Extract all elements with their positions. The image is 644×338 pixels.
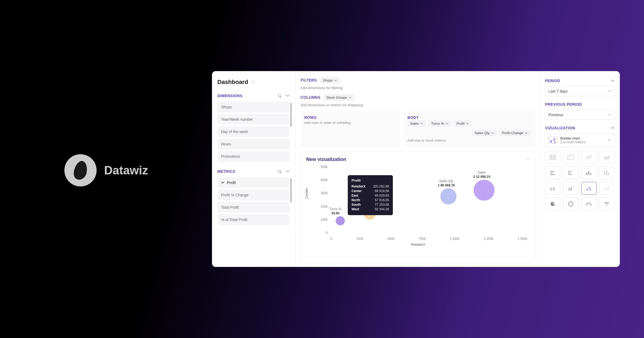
viz-stacked-bar-icon[interactable] xyxy=(563,182,578,195)
viz-bubble-icon[interactable] xyxy=(581,182,597,195)
viz-grouped-bar-icon[interactable] xyxy=(545,182,560,195)
favorite-icon[interactable]: ☆ xyxy=(251,79,255,85)
viz-area-icon[interactable] xyxy=(599,151,614,164)
svg-rect-16 xyxy=(571,171,572,172)
left-panel: Dashboard ☆ DIMENSIONS Shops Year/Week n… xyxy=(212,71,295,267)
bubble-label: Sales Qty1 98 068.76 xyxy=(438,179,455,187)
previous-period-header: PREVIOUS PERIOD xyxy=(545,102,614,106)
bubble-chart-icon xyxy=(548,137,557,144)
columns-row: COLUMNS Store Groups Add dimensions or m… xyxy=(301,94,536,107)
filters-row: FILTERS Shops Add dimensions for filteri… xyxy=(301,77,536,90)
chevron-down-icon[interactable] xyxy=(286,170,290,173)
dimension-item[interactable]: Year/Week number xyxy=(217,114,290,125)
visualization-grid xyxy=(545,151,614,210)
chevron-down-icon xyxy=(608,113,611,116)
svg-point-0 xyxy=(550,141,552,143)
svg-point-36 xyxy=(589,187,591,189)
body-chip[interactable]: Profit xyxy=(454,120,471,127)
svg-rect-20 xyxy=(571,174,573,175)
viz-donut-icon[interactable] xyxy=(563,197,578,210)
svg-point-43 xyxy=(569,202,573,206)
search-icon[interactable] xyxy=(278,170,281,173)
dimensions-list: Shops Year/Week number Day of the week H… xyxy=(217,102,290,162)
svg-point-38 xyxy=(605,189,605,190)
chevron-down-icon xyxy=(466,122,469,125)
viz-funnel-icon[interactable] xyxy=(599,197,614,210)
dimension-item[interactable]: Day of the week xyxy=(217,126,290,137)
search-icon[interactable] xyxy=(278,94,281,98)
chevron-down-icon xyxy=(525,132,528,134)
brand-name: Datawiz xyxy=(104,164,148,177)
previous-period-select[interactable]: Previous xyxy=(545,110,614,120)
body-chip[interactable]: Sales Qty xyxy=(472,130,496,136)
svg-rect-45 xyxy=(605,203,608,204)
metrics-list: Profit Profit % Change Total Profit % of… xyxy=(217,177,290,225)
logo-mark xyxy=(64,154,97,186)
chart-bubble[interactable] xyxy=(440,188,456,204)
body-chip[interactable]: Sales xyxy=(408,120,426,127)
app-window: Dashboard ☆ DIMENSIONS Shops Year/Week n… xyxy=(212,71,620,267)
rows-config: ROWS Add rows in order of unfolding xyxy=(301,111,400,147)
chart-bubble[interactable] xyxy=(474,180,495,201)
body-config: BODY Sales Turns % Profit Sales Qty Prof… xyxy=(404,111,536,147)
viz-card-icon[interactable] xyxy=(563,151,578,164)
viz-gauge-icon[interactable] xyxy=(581,197,597,210)
chevron-down-icon xyxy=(349,96,352,99)
metric-item[interactable]: % of Total Profit xyxy=(217,214,290,225)
dimension-item[interactable]: Shops xyxy=(217,102,290,112)
viz-table-icon[interactable] xyxy=(545,151,560,164)
viz-scatter-icon[interactable] xyxy=(599,182,614,195)
brand-logo: Datawiz xyxy=(64,154,148,186)
x-axis-ticks: 0 250k 500k 750k 1 000k 1 250k 1 500k xyxy=(330,237,527,241)
dimension-item[interactable]: Promotions xyxy=(217,151,290,162)
svg-rect-30 xyxy=(554,187,555,190)
svg-point-1 xyxy=(553,138,555,141)
dimensions-header: DIMENSIONS xyxy=(217,94,290,98)
svg-rect-22 xyxy=(588,171,589,175)
svg-rect-15 xyxy=(568,171,571,172)
main-panel: FILTERS Shops Add dimensions for filteri… xyxy=(295,71,539,267)
bubble-label: Turns %34.94 xyxy=(330,207,341,215)
period-select[interactable]: Last 7 days xyxy=(545,86,614,96)
visualization-header: VIZUALIZATION xyxy=(545,126,614,130)
viz-bar-icon[interactable] xyxy=(581,166,597,179)
svg-rect-28 xyxy=(551,187,552,190)
page-title: Dashboard xyxy=(217,79,248,86)
metric-item[interactable]: Profit % Change xyxy=(217,190,290,200)
svg-rect-32 xyxy=(569,187,570,188)
chevron-down-icon[interactable] xyxy=(611,126,614,130)
scrollbar[interactable] xyxy=(290,103,292,127)
chart-title: New vizualization xyxy=(306,157,530,162)
metric-item[interactable]: Profit xyxy=(217,177,290,188)
viz-column-icon[interactable] xyxy=(599,166,614,179)
dimension-item[interactable]: Hours xyxy=(217,139,290,149)
bubble-label: Sales2 12 098.15 xyxy=(473,171,490,179)
svg-point-40 xyxy=(608,189,608,189)
filter-chip[interactable]: Shops xyxy=(320,77,340,84)
svg-rect-18 xyxy=(570,172,571,173)
scrollbar[interactable] xyxy=(290,178,292,203)
column-chip[interactable]: Store Groups xyxy=(324,94,354,101)
svg-rect-27 xyxy=(550,188,551,190)
svg-rect-46 xyxy=(606,205,608,205)
chart-bubble[interactable] xyxy=(336,216,345,225)
svg-rect-33 xyxy=(571,188,572,190)
viz-horizontal-bar-icon[interactable] xyxy=(545,166,560,179)
svg-rect-34 xyxy=(571,186,572,188)
chevron-down-icon[interactable] xyxy=(286,94,290,98)
chart-menu-icon[interactable]: ⋯ xyxy=(526,157,530,161)
body-chip[interactable]: Turns % xyxy=(429,120,451,127)
svg-rect-23 xyxy=(590,173,591,175)
chevron-down-icon[interactable] xyxy=(611,79,614,83)
viz-line-icon[interactable] xyxy=(581,151,597,164)
viz-stacked-hbar-icon[interactable] xyxy=(563,166,578,179)
chevron-down-icon xyxy=(221,182,224,184)
viz-pie-icon[interactable] xyxy=(545,197,560,210)
svg-point-41 xyxy=(609,187,609,188)
svg-rect-29 xyxy=(553,188,554,190)
visualization-selected[interactable]: Bubble chart 2 or more metrics xyxy=(545,133,614,147)
chevron-down-icon xyxy=(608,139,611,141)
svg-point-39 xyxy=(606,188,607,188)
body-chip[interactable]: Profit Change xyxy=(499,130,530,136)
metric-item[interactable]: Total Profit xyxy=(217,202,290,213)
